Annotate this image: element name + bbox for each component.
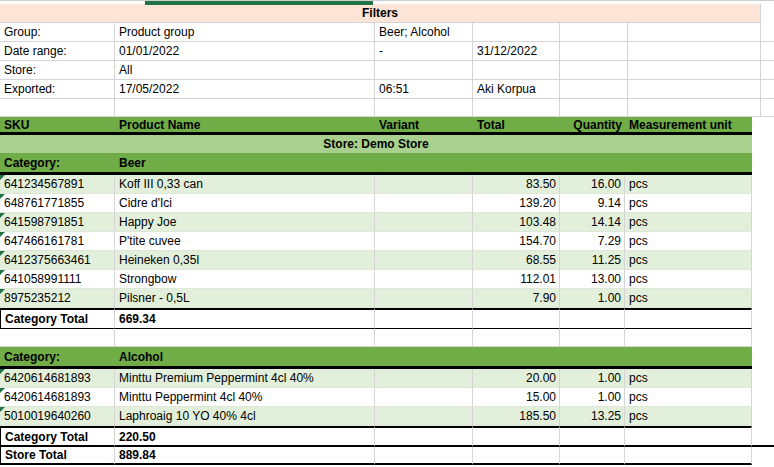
filters-title-cell[interactable]: Filters bbox=[0, 4, 761, 23]
category-label-cell[interactable]: Category: bbox=[0, 347, 115, 369]
filter-value-cell[interactable] bbox=[473, 23, 560, 42]
cell-sku[interactable]: 6412375663461 bbox=[0, 251, 115, 270]
column-header-quantity[interactable]: Quantity bbox=[560, 117, 625, 135]
empty-cell[interactable] bbox=[625, 329, 752, 347]
cell-total[interactable]: 139.20 bbox=[473, 194, 560, 213]
empty-cell[interactable] bbox=[560, 329, 625, 347]
cell-unit[interactable]: pcs bbox=[625, 251, 752, 270]
empty-cell[interactable] bbox=[628, 23, 761, 42]
filter-value-cell[interactable] bbox=[473, 61, 560, 80]
cell-product[interactable]: Pilsner - 0,5L bbox=[115, 289, 375, 308]
cell-variant[interactable] bbox=[375, 388, 473, 407]
cell-quantity[interactable]: 1.00 bbox=[560, 369, 625, 388]
cell-total[interactable]: 154.70 bbox=[473, 232, 560, 251]
cell-unit[interactable]: pcs bbox=[625, 194, 752, 213]
empty-cell[interactable] bbox=[375, 347, 473, 369]
cell-total[interactable]: 68.55 bbox=[473, 251, 560, 270]
empty-cell[interactable] bbox=[560, 308, 625, 329]
cell-product[interactable]: Minttu Premium Peppermint 4cl 40% bbox=[115, 369, 375, 388]
store-total-label[interactable]: Store Total bbox=[0, 447, 115, 465]
cell-sku[interactable]: 6420614681893 bbox=[0, 388, 115, 407]
cell-unit[interactable]: pcs bbox=[625, 270, 752, 289]
cell-unit[interactable]: pcs bbox=[625, 388, 752, 407]
filter-label-cell[interactable]: Group: bbox=[0, 23, 115, 42]
cell-total[interactable]: 7.90 bbox=[473, 289, 560, 308]
cell-product[interactable]: Happy Joe bbox=[115, 213, 375, 232]
category-label-cell[interactable]: Category: bbox=[0, 153, 115, 175]
cell-unit[interactable]: pcs bbox=[625, 407, 752, 426]
cell-unit[interactable]: pcs bbox=[625, 175, 752, 194]
cell-quantity[interactable]: 14.14 bbox=[560, 213, 625, 232]
empty-cell[interactable] bbox=[473, 329, 560, 347]
store-banner[interactable]: Store: Demo Store bbox=[0, 135, 752, 153]
cell-unit[interactable]: pcs bbox=[625, 289, 752, 308]
cell-quantity[interactable]: 11.25 bbox=[560, 251, 625, 270]
cell-product[interactable]: Heineken 0,35l bbox=[115, 251, 375, 270]
empty-cell[interactable] bbox=[560, 426, 625, 447]
cell-quantity[interactable]: 1.00 bbox=[560, 289, 625, 308]
empty-cell[interactable] bbox=[560, 23, 628, 42]
cell-quantity[interactable]: 1.00 bbox=[560, 388, 625, 407]
empty-cell[interactable] bbox=[375, 99, 473, 117]
empty-cell[interactable] bbox=[560, 99, 628, 117]
cell-quantity[interactable]: 7.29 bbox=[560, 232, 625, 251]
empty-cell[interactable] bbox=[625, 426, 752, 447]
cell-sku[interactable]: 641234567891 bbox=[0, 175, 115, 194]
category-total-label[interactable]: Category Total bbox=[0, 308, 115, 329]
cell-total[interactable]: 112.01 bbox=[473, 270, 560, 289]
filter-value-cell[interactable]: - bbox=[375, 42, 473, 61]
cell-total[interactable]: 185.50 bbox=[473, 407, 560, 426]
cell-variant[interactable] bbox=[375, 407, 473, 426]
empty-cell[interactable] bbox=[625, 308, 752, 329]
column-header-sku[interactable]: SKU bbox=[0, 117, 115, 135]
empty-cell[interactable] bbox=[0, 329, 115, 347]
cell-sku[interactable]: 641598791851 bbox=[0, 213, 115, 232]
cell-total[interactable]: 20.00 bbox=[473, 369, 560, 388]
cell-sku[interactable]: 8975235212 bbox=[0, 289, 115, 308]
cell-variant[interactable] bbox=[375, 251, 473, 270]
cell-sku[interactable]: 5010019640260 bbox=[0, 407, 115, 426]
empty-cell[interactable] bbox=[473, 447, 560, 465]
empty-cell[interactable] bbox=[560, 61, 628, 80]
empty-cell[interactable] bbox=[375, 447, 473, 465]
filter-value-cell[interactable]: Beer; Alcohol bbox=[375, 23, 473, 42]
empty-cell[interactable] bbox=[560, 80, 628, 99]
cell-total[interactable]: 15.00 bbox=[473, 388, 560, 407]
filter-value-cell[interactable]: 31/12/2022 bbox=[473, 42, 560, 61]
filter-value-cell[interactable]: 17/05/2022 bbox=[115, 80, 375, 99]
empty-cell[interactable] bbox=[628, 42, 761, 61]
filter-value-cell[interactable]: Product group bbox=[115, 23, 375, 42]
column-header-unit[interactable]: Measurement unit bbox=[625, 117, 752, 135]
cell-variant[interactable] bbox=[375, 194, 473, 213]
empty-cell[interactable] bbox=[560, 42, 628, 61]
category-total-value[interactable]: 669.34 bbox=[115, 308, 375, 329]
empty-cell[interactable] bbox=[628, 99, 761, 117]
cell-quantity[interactable]: 9.14 bbox=[560, 194, 625, 213]
store-total-value[interactable]: 889.84 bbox=[115, 447, 375, 465]
category-total-value[interactable]: 220.50 bbox=[115, 426, 375, 447]
empty-cell[interactable] bbox=[473, 347, 560, 369]
empty-cell[interactable] bbox=[628, 61, 761, 80]
empty-cell[interactable] bbox=[473, 99, 560, 117]
empty-cell[interactable] bbox=[625, 347, 752, 369]
filter-label-cell[interactable]: Exported: bbox=[0, 80, 115, 99]
empty-cell[interactable] bbox=[115, 99, 375, 117]
empty-cell[interactable] bbox=[375, 153, 473, 175]
filter-label-cell[interactable]: Date range: bbox=[0, 42, 115, 61]
empty-cell[interactable] bbox=[473, 426, 560, 447]
cell-unit[interactable]: pcs bbox=[625, 232, 752, 251]
cell-product[interactable]: P'tite cuvee bbox=[115, 232, 375, 251]
column-header-product[interactable]: Product Name bbox=[115, 117, 375, 135]
filter-label-cell[interactable]: Store: bbox=[0, 61, 115, 80]
category-total-label[interactable]: Category Total bbox=[0, 426, 115, 447]
category-name-cell[interactable]: Alcohol bbox=[115, 347, 375, 369]
cell-quantity[interactable]: 13.00 bbox=[560, 270, 625, 289]
empty-cell[interactable] bbox=[625, 447, 752, 465]
empty-cell[interactable] bbox=[625, 153, 752, 175]
empty-cell[interactable] bbox=[473, 308, 560, 329]
cell-total[interactable]: 103.48 bbox=[473, 213, 560, 232]
cell-sku[interactable]: 6420614681893 bbox=[0, 369, 115, 388]
empty-cell[interactable] bbox=[560, 153, 625, 175]
cell-quantity[interactable]: 13.25 bbox=[560, 407, 625, 426]
cell-product[interactable]: Koff III 0,33 can bbox=[115, 175, 375, 194]
